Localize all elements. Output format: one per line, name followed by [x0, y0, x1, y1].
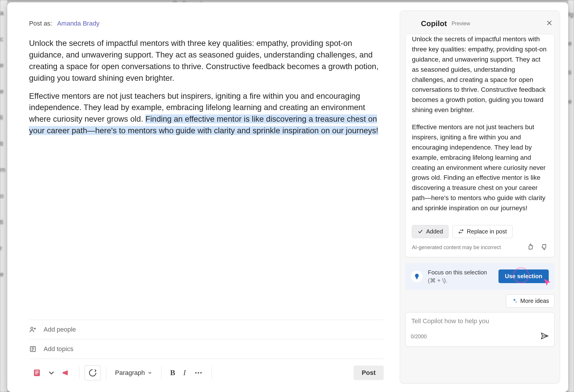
focus-text: Focus on this selection (⌘ + \). — [428, 268, 487, 285]
click-ring-overlay — [513, 267, 529, 283]
svg-point-21 — [516, 302, 516, 303]
copilot-resp-p1: Unlock the secrets of impactful mentors … — [412, 34, 548, 115]
svg-point-15 — [200, 372, 202, 374]
copilot-title: Copilot — [421, 19, 447, 28]
paragraph-label: Paragraph — [115, 369, 145, 377]
copilot-resp-p2: Effective mentors are not just teachers … — [412, 122, 548, 213]
svg-rect-20 — [416, 278, 418, 279]
copilot-response-scroll[interactable]: Unlock the secrets of impactful mentors … — [406, 34, 554, 223]
svg-point-2 — [31, 327, 33, 330]
copilot-response-card: Unlock the secrets of impactful mentors … — [405, 34, 555, 257]
close-button[interactable] — [546, 19, 553, 28]
copilot-prompt-box: 0/2000 — [405, 312, 555, 347]
svg-point-13 — [195, 372, 197, 374]
swap-icon — [458, 229, 464, 234]
ai-disclaimer: AI-generated content may be incorrect — [412, 244, 501, 251]
more-ideas-label: More ideas — [520, 298, 549, 304]
add-topics-row[interactable]: Add topics — [29, 339, 384, 359]
copilot-side: Copilot Preview Unlock the secrets of im… — [400, 2, 568, 392]
compose-main: Post as: Amanda Brady Unlock the secrets… — [7, 2, 400, 392]
post-as-label: Post as: — [29, 20, 52, 27]
people-icon — [29, 326, 37, 333]
more-tools[interactable] — [191, 366, 206, 380]
loop-tool[interactable] — [85, 365, 101, 380]
focus-selection-card: Focus on this selection (⌘ + \). Use sel… — [405, 263, 555, 290]
announce-tool[interactable] — [58, 366, 74, 380]
focus-title: Focus on this selection — [428, 269, 487, 276]
italic-tool[interactable]: I — [180, 366, 189, 380]
char-counter: 0/2000 — [411, 334, 427, 340]
svg-rect-11 — [35, 372, 39, 373]
replace-chip[interactable]: Replace in post — [453, 225, 512, 238]
checkmark-icon — [417, 229, 423, 234]
svg-rect-10 — [35, 371, 39, 372]
paragraph-selector[interactable]: Paragraph — [112, 367, 156, 379]
compose-dialog: Post as: Amanda Brady Unlock the secrets… — [7, 2, 568, 392]
copilot-response-actions: Added Replace in post — [406, 223, 554, 242]
send-button[interactable] — [540, 332, 549, 342]
sparkle-icon — [512, 298, 517, 304]
copilot-preview-badge: Preview — [452, 21, 470, 27]
svg-rect-12 — [35, 374, 38, 375]
add-people-row[interactable]: Add people — [29, 320, 384, 339]
bg-right-sliver: IgeIie — [568, 0, 574, 392]
more-ideas-button[interactable]: More ideas — [506, 294, 555, 308]
lightbulb-icon — [411, 271, 423, 282]
use-selection-button[interactable]: Use selection — [498, 269, 549, 283]
topics-icon — [29, 345, 37, 353]
added-chip[interactable]: Added — [412, 225, 449, 238]
added-label: Added — [426, 228, 443, 235]
note-tool[interactable] — [29, 366, 45, 380]
chevron-down-icon — [147, 370, 153, 375]
copilot-prompt-input[interactable] — [411, 317, 549, 325]
compose-toolbar: Paragraph B I Post — [29, 359, 384, 380]
replace-label: Replace in post — [467, 228, 507, 235]
post-as-row: Post as: Amanda Brady — [29, 20, 384, 27]
chevron-down-icon[interactable] — [46, 368, 57, 377]
bg-left-sliver: aceelitimotire — [0, 0, 7, 392]
add-topics-label: Add topics — [44, 345, 73, 353]
copilot-response-footer: AI-generated content may be incorrect — [406, 242, 554, 257]
add-people-label: Add people — [44, 326, 76, 333]
focus-shortcut: (⌘ + \). — [428, 277, 447, 284]
compose-para-2: Effective mentors are not just teachers … — [29, 90, 384, 137]
copilot-header: Copilot Preview — [405, 16, 555, 34]
post-button[interactable]: Post — [354, 366, 384, 380]
thumbs-up-button[interactable] — [527, 243, 534, 252]
thumbs-down-button[interactable] — [541, 243, 548, 252]
compose-body[interactable]: Unlock the secrets of impactful mentors … — [29, 37, 384, 143]
copilot-panel: Copilot Preview Unlock the secrets of im… — [400, 10, 560, 384]
bold-tool[interactable]: B — [167, 366, 179, 380]
copilot-logo-icon — [407, 18, 417, 29]
compose-para-1: Unlock the secrets of impactful mentors … — [29, 37, 384, 84]
cursor-overlay-icon — [543, 278, 552, 288]
post-as-author[interactable]: Amanda Brady — [57, 20, 100, 27]
svg-point-14 — [198, 372, 199, 374]
